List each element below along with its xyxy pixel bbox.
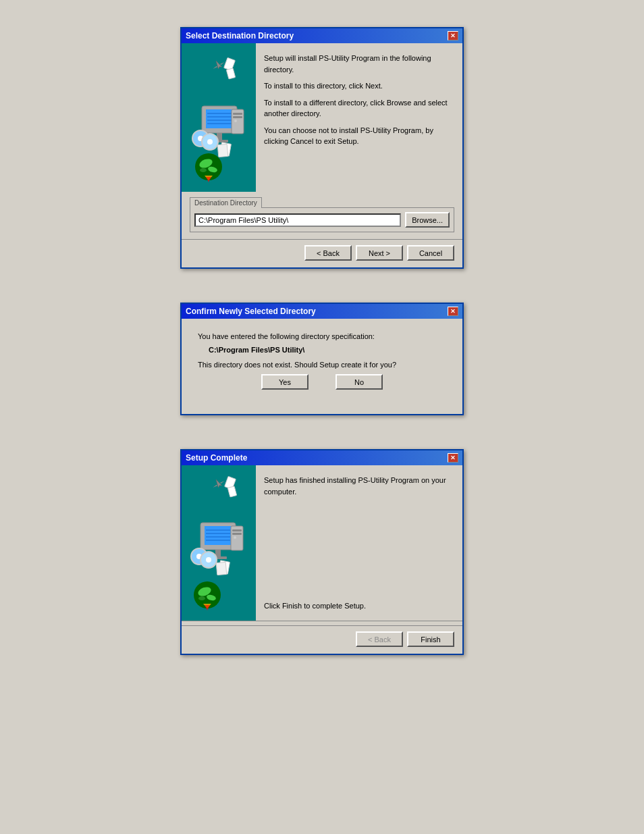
svg-rect-3 (224, 57, 236, 70)
dialog3-title: Setup Complete (186, 453, 247, 463)
dialog3-button-row: < Back Finish (182, 625, 462, 654)
select-destination-dialog: Select Destination Directory ✕ (180, 27, 464, 269)
svg-rect-15 (233, 116, 242, 118)
setup-complete-dialog: Setup Complete ✕ (180, 449, 464, 655)
dialog1-text4: You can choose not to install PS-Utility… (264, 125, 454, 147)
dialog3-text1: Setup has finished installing PS-Utility… (264, 475, 454, 497)
svg-rect-6 (206, 109, 233, 128)
dialog1-title-bar: Select Destination Directory ✕ (182, 28, 462, 43)
svg-point-55 (198, 596, 205, 600)
dialog3-body: Setup has finished installing PS-Utility… (182, 465, 462, 654)
dialog1-illustration (188, 52, 249, 184)
svg-marker-2 (220, 61, 225, 65)
dialog1-title: Select Destination Directory (186, 31, 294, 41)
confirm-directory-dialog: Confirm Newly Selected Directory ✕ You h… (180, 303, 464, 415)
dialog2-text1: You have entered the following directory… (198, 332, 446, 340)
dialog2-path: C:\Program Files\PS Utility\ (209, 346, 446, 354)
dialog3-close-button[interactable]: ✕ (448, 453, 458, 463)
dialog1-text1: Setup will install PS-Utility Program in… (264, 53, 454, 75)
dialog1-image-panel (182, 43, 256, 192)
dialog1-close-button[interactable]: ✕ (448, 31, 458, 41)
dialog2-text2: This directory does not exist. Should Se… (198, 361, 446, 369)
dialog1-button-row: < Back Next > Cancel (182, 239, 462, 267)
dialog2-close-button[interactable]: ✕ (448, 307, 458, 316)
dialog3-title-bar: Setup Complete ✕ (182, 450, 462, 465)
dest-dir-box: Browse... (190, 207, 454, 232)
svg-rect-33 (227, 486, 236, 497)
svg-point-45 (234, 536, 236, 539)
svg-point-16 (234, 120, 237, 122)
svg-point-49 (206, 557, 211, 563)
svg-rect-43 (232, 529, 242, 531)
svg-rect-51 (216, 562, 227, 575)
dialog2-body: You have entered the following directory… (182, 319, 462, 414)
dialog3-text-panel: Setup has finished installing PS-Utility… (256, 465, 462, 621)
dialog1-body: Setup will install PS-Utility Program in… (182, 43, 462, 267)
dialog3-back-button[interactable]: < Back (356, 631, 403, 647)
dialog2-title-bar: Confirm Newly Selected Directory ✕ (182, 304, 462, 319)
svg-marker-30 (213, 485, 217, 488)
finish-button[interactable]: Finish (407, 631, 454, 647)
dialog1-content: Setup will install PS-Utility Program in… (182, 43, 462, 192)
dialog2-title-buttons: ✕ (448, 307, 458, 316)
dialog3-separator (182, 621, 462, 621)
dialog3-title-buttons: ✕ (448, 453, 458, 463)
svg-rect-14 (233, 113, 242, 115)
svg-marker-31 (220, 480, 225, 484)
svg-rect-35 (205, 526, 232, 545)
dialog1-text2: To install to this directory, click Next… (264, 80, 454, 92)
dialog1-text-panel: Setup will install PS-Utility Program in… (256, 43, 462, 192)
svg-point-20 (207, 139, 213, 145)
dest-dir-label: Destination Directory (190, 197, 262, 208)
dialog1-text3: To install to a different directory, cli… (264, 97, 454, 120)
no-button[interactable]: No (336, 374, 383, 390)
dest-dir-input[interactable] (194, 213, 401, 227)
cancel-button[interactable]: Cancel (407, 245, 454, 261)
svg-rect-4 (226, 68, 235, 78)
next-button[interactable]: Next > (356, 245, 403, 261)
yes-button[interactable]: Yes (261, 374, 308, 390)
destination-directory-section: Destination Directory Browse... (182, 192, 462, 239)
dialog1-title-buttons: ✕ (448, 31, 458, 41)
svg-rect-22 (217, 144, 228, 157)
back-button[interactable]: < Back (304, 245, 352, 261)
svg-rect-44 (232, 533, 242, 535)
browse-button[interactable]: Browse... (405, 212, 450, 228)
svg-point-26 (200, 168, 207, 172)
dialog3-illustration (188, 472, 249, 614)
dialog3-image-panel (182, 465, 256, 621)
dialog3-text2: Click Finish to complete Setup. (264, 600, 454, 612)
dialog2-button-row: Yes No (198, 374, 446, 400)
dialog3-content: Setup has finished installing PS-Utility… (182, 465, 462, 621)
dialog2-title: Confirm Newly Selected Directory (186, 307, 316, 316)
svg-marker-1 (213, 66, 217, 69)
dialog3-bottom-section: Click Finish to complete Setup. (264, 560, 454, 612)
